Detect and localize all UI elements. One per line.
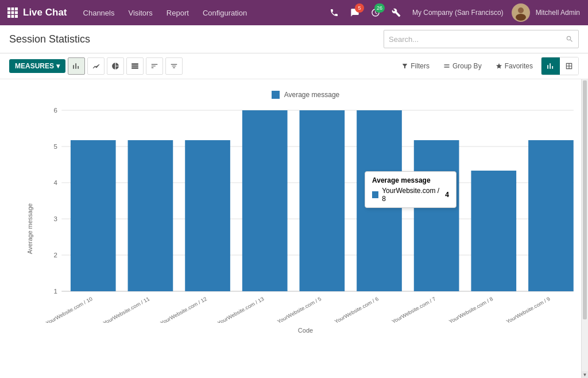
bar-chart-button[interactable]: [68, 57, 85, 75]
bar-4[interactable]: [300, 110, 345, 291]
graph-view-button[interactable]: [541, 57, 560, 75]
svg-rect-5: [15, 11, 18, 14]
svg-text:YourWebsite.com / 6: YourWebsite.com / 6: [334, 296, 380, 323]
scrollbar-down-arrow[interactable]: ▼: [582, 371, 588, 378]
chart-area: Average message Average message 6 5 4 3 …: [0, 79, 588, 378]
phone-icon[interactable]: [324, 2, 345, 23]
wrench-icon[interactable]: [386, 2, 407, 23]
search-icon: [566, 35, 574, 43]
svg-rect-7: [11, 15, 14, 18]
avatar[interactable]: [512, 3, 530, 22]
bar-6[interactable]: [414, 140, 459, 291]
main-content: Session Statistics MEASURES ▾: [0, 25, 588, 378]
top-navigation: Live Chat Channels Visitors Report Confi…: [0, 0, 588, 25]
svg-text:YourWebsite.com / 9: YourWebsite.com / 9: [505, 296, 551, 323]
svg-text:YourWebsite.com / 5: YourWebsite.com / 5: [276, 296, 322, 323]
favorites-button[interactable]: Favorites: [490, 59, 539, 73]
page-toolbar: Session Statistics: [0, 25, 588, 53]
bar-0[interactable]: [71, 140, 116, 291]
scrollbar-thumb[interactable]: [583, 80, 587, 319]
svg-rect-0: [7, 7, 10, 10]
legend-color: [272, 91, 280, 99]
svg-rect-1: [11, 7, 14, 10]
svg-text:YourWebsite.com / 8: YourWebsite.com / 8: [448, 296, 494, 323]
bar-3[interactable]: [242, 110, 288, 291]
chart-legend: Average message: [34, 91, 577, 99]
asc-sort-button[interactable]: [165, 57, 183, 75]
svg-text:4: 4: [53, 179, 57, 186]
svg-text:YourWebsite.com / 10: YourWebsite.com / 10: [45, 296, 94, 323]
svg-rect-3: [7, 11, 10, 14]
search-input[interactable]: [389, 35, 566, 44]
nav-channels[interactable]: Channels: [76, 0, 122, 25]
svg-rect-4: [11, 11, 14, 14]
svg-point-11: [516, 14, 526, 21]
svg-point-10: [518, 7, 524, 13]
svg-text:3: 3: [53, 215, 57, 222]
measures-button[interactable]: MEASURES ▾: [9, 59, 65, 73]
svg-rect-6: [7, 15, 10, 18]
grid-menu-icon[interactable]: [5, 5, 21, 21]
svg-text:YourWebsite.com / 13: YourWebsite.com / 13: [216, 296, 265, 323]
svg-text:YourWebsite.com / 12: YourWebsite.com / 12: [159, 296, 208, 323]
stacked-button[interactable]: [126, 57, 144, 75]
app-title: Live Chat: [23, 7, 67, 18]
bar-8[interactable]: [528, 140, 574, 291]
chat-badge: 5: [355, 3, 364, 13]
legend-label: Average message: [284, 91, 340, 99]
view-toggle: [541, 57, 579, 75]
desc-sort-button[interactable]: [146, 57, 163, 75]
controls-row: MEASURES ▾ Filters Group By: [0, 53, 588, 79]
group-by-button[interactable]: Group By: [438, 59, 488, 73]
line-chart-button[interactable]: [87, 57, 105, 75]
company-name: My Company (San Francisco): [407, 9, 509, 17]
bar-5[interactable]: [357, 110, 402, 291]
svg-text:YourWebsite.com / 11: YourWebsite.com / 11: [102, 296, 151, 323]
bar-7[interactable]: [471, 171, 516, 291]
svg-text:YourWebsite.com / 7: YourWebsite.com / 7: [391, 296, 437, 323]
x-axis-label: Code: [34, 327, 577, 334]
bar-2[interactable]: [185, 140, 230, 291]
filters-button[interactable]: Filters: [396, 59, 435, 73]
y-axis-label: Average message: [26, 203, 33, 254]
svg-rect-2: [15, 7, 18, 10]
nav-report[interactable]: Report: [160, 0, 196, 25]
chat-icon[interactable]: 5: [345, 2, 365, 23]
clock-icon[interactable]: 26: [365, 2, 386, 23]
search-bar[interactable]: [384, 30, 579, 48]
bar-chart-svg: 6 5 4 3 2 1: [34, 105, 577, 323]
svg-text:2: 2: [53, 252, 57, 259]
nav-visitors[interactable]: Visitors: [121, 0, 159, 25]
bar-1[interactable]: [128, 140, 173, 291]
svg-rect-8: [15, 15, 18, 18]
page-title: Session Statistics: [9, 33, 379, 45]
pie-chart-button[interactable]: [107, 57, 124, 75]
pivot-view-button[interactable]: [560, 57, 578, 75]
user-name: Mitchell Admin: [532, 9, 583, 17]
scrollbar-track[interactable]: ▼: [581, 79, 588, 378]
svg-text:5: 5: [53, 143, 57, 150]
svg-text:1: 1: [53, 288, 57, 295]
nav-configuration[interactable]: Configuration: [196, 0, 254, 25]
svg-text:6: 6: [53, 107, 57, 114]
clock-badge: 26: [374, 3, 385, 13]
